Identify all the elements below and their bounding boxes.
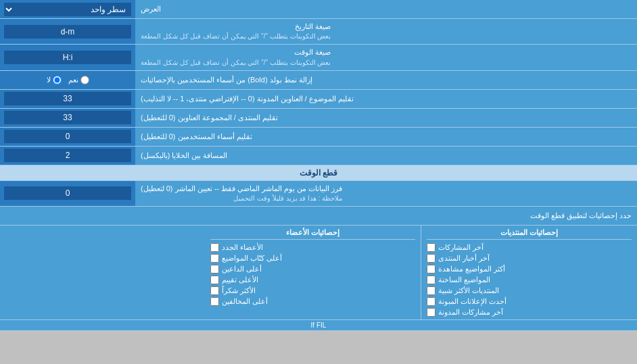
limit-row: حدد إحصائيات لتطبيق قطع الوقت — [0, 207, 637, 226]
forum-align-row: تقليم المنتدى / المجموعة العناوين (0 للت… — [0, 109, 637, 128]
time-format-label: صيغة الوقت بعض التكوينات يتطلب "/" التي … — [135, 45, 637, 70]
date-format-sublabel: بعض التكوينات يتطلب "/" التي يمكن أن تضا… — [141, 32, 331, 41]
forum-align-label: تقليم المنتدى / المجموعة العناوين (0 للت… — [135, 109, 637, 127]
filter-note-text: If FIL — [311, 321, 327, 329]
checkbox-label-latest-announcements: أحدث الإعلانات المبونة — [438, 297, 506, 306]
subject-align-title: تقليم الموضوع / العناوين المدونة (0 -- ا… — [141, 94, 354, 104]
cell-spacing-label: المسافة بين الخلايا (بالبكسل) — [135, 147, 637, 165]
usernames-align-label: تقليم أسماء المستخدمين (0 للتعطيل) — [135, 128, 637, 146]
cell-spacing-input[interactable] — [4, 149, 131, 162]
checkbox-item-most-thanks: الأكثر شكراً — [210, 286, 415, 295]
forum-align-input-container — [0, 109, 135, 127]
subject-align-label: تقليم الموضوع / العناوين المدونة (0 -- ا… — [135, 90, 637, 108]
checkbox-item-top-writers: أعلى كتّاب المواضيع — [210, 254, 415, 263]
usernames-align-input-container — [0, 128, 135, 146]
member-stats-col: إحصائيات الأعضاء الأعضاء الجدد أعلى كتّا… — [205, 226, 421, 319]
time-cut-input[interactable] — [4, 186, 131, 200]
checkbox-most-viewed[interactable] — [427, 265, 435, 274]
checkbox-label-top-violators: أعلى المخالفين — [222, 297, 268, 306]
time-cut-input-container — [0, 181, 135, 206]
checkbox-most-thanks[interactable] — [210, 286, 219, 295]
checkbox-most-similar[interactable] — [427, 286, 435, 295]
cell-spacing-input-container — [0, 147, 135, 165]
time-format-input-container — [0, 45, 135, 70]
checkbox-label-most-viewed: أكثر المواضيع مشاهدة — [438, 265, 505, 274]
checkbox-item-hot-topics: المواضيع الساخنة — [427, 276, 632, 284]
time-cut-row: فرز البيانات من يوم الماشر الماضي فقط --… — [0, 181, 637, 207]
checkbox-label-blog-posts: آخر مشاركات المدونة — [438, 308, 503, 317]
date-format-row: صيغة التاريخ بعض التكوينات يتطلب "/" الت… — [0, 19, 637, 45]
time-format-sublabel: بعض التكوينات يتطلب "/" التي يمكن أن تضا… — [141, 58, 331, 68]
bold-no-text: لا — [47, 76, 51, 84]
checkbox-item-new-members: الأعضاء الجدد — [210, 243, 415, 252]
checkbox-item-most-viewed: أكثر المواضيع مشاهدة — [427, 265, 632, 274]
time-format-title: صيغة الوقت — [141, 47, 331, 57]
date-format-input[interactable] — [4, 25, 131, 38]
checkbox-item-top-rated: الأعلى تقييم — [210, 276, 415, 284]
usernames-align-title: تقليم أسماء المستخدمين (0 للتعطيل) — [141, 132, 252, 142]
date-format-title: صيغة التاريخ — [141, 22, 331, 32]
forum-align-input[interactable] — [4, 111, 131, 124]
checkbox-item-last-posts: آخر المشاركات — [427, 243, 632, 252]
bold-remove-row: إزالة نمط بولد (Bold) من أسماء المستخدمي… — [0, 71, 637, 90]
forum-stats-header: إحصائيات المنتديات — [427, 228, 632, 240]
checkbox-new-members[interactable] — [210, 243, 219, 252]
time-cut-title: قطع الوقت — [300, 168, 337, 178]
bold-no-radio[interactable] — [53, 76, 62, 84]
checkbox-item-most-similar: المنتديات الأكثر شبية — [427, 286, 632, 295]
limit-label-text: حدد إحصائيات لتطبيق قطع الوقت — [530, 211, 632, 219]
checkbox-hot-topics[interactable] — [427, 276, 435, 284]
bold-yes-radio[interactable] — [80, 76, 89, 84]
time-cut-section-header: قطع الوقت — [0, 165, 637, 181]
cell-spacing-title: المسافة بين الخلايا (بالبكسل) — [141, 151, 228, 161]
time-cut-label: فرز البيانات من يوم الماشر الماضي فقط --… — [135, 181, 637, 206]
checkbox-last-posts[interactable] — [427, 243, 435, 252]
empty-right — [0, 226, 205, 319]
checkbox-label-top-rated: الأعلى تقييم — [222, 276, 258, 284]
bold-yes-label[interactable]: نعم — [68, 76, 89, 84]
subject-align-input-container — [0, 90, 135, 108]
checkbox-label-most-thanks: الأكثر شكراً — [222, 286, 256, 295]
checkbox-label-top-writers: أعلى كتّاب المواضيع — [222, 254, 282, 263]
limit-label: حدد إحصائيات لتطبيق قطع الوقت — [0, 209, 637, 223]
display-label: العرض — [135, 0, 637, 18]
time-cut-row-sublabel: ملاحظة : هذا قد يزيد قليلاً وقت التحميل — [141, 194, 342, 203]
time-format-row: صيغة الوقت بعض التكوينات يتطلب "/" التي … — [0, 45, 637, 70]
checkbox-latest-announcements[interactable] — [427, 297, 435, 306]
display-dropdown[interactable]: سطر واحد سطرين ثلاثة أسطر — [4, 3, 131, 16]
checkbox-label-last-posts: آخر المشاركات — [438, 243, 483, 252]
checkbox-top-inviters[interactable] — [210, 265, 219, 274]
checkbox-item-blog-posts: آخر مشاركات المدونة — [427, 308, 632, 317]
checkbox-top-violators[interactable] — [210, 297, 219, 306]
checkbox-label-forum-news: آخر أخبار المنتدى — [438, 254, 490, 263]
checkbox-label-top-inviters: أعلى الداعين — [222, 265, 262, 274]
checkbox-item-top-inviters: أعلى الداعين — [210, 265, 415, 274]
forum-align-title: تقليم المنتدى / المجموعة العناوين (0 للت… — [141, 113, 278, 123]
display-header-row: العرض سطر واحد سطرين ثلاثة أسطر — [0, 0, 637, 19]
member-stats-header: إحصائيات الأعضاء — [210, 228, 415, 240]
bold-remove-input: نعم لا — [0, 71, 135, 89]
subject-align-input[interactable] — [4, 92, 131, 105]
subject-align-row: تقليم الموضوع / العناوين المدونة (0 -- ا… — [0, 90, 637, 109]
usernames-align-input[interactable] — [4, 130, 131, 143]
checkbox-blog-posts[interactable] — [427, 308, 435, 317]
checkbox-item-top-violators: أعلى المخالفين — [210, 297, 415, 306]
time-format-input[interactable] — [4, 51, 131, 64]
time-cut-row-title: فرز البيانات من يوم الماشر الماضي فقط --… — [141, 184, 342, 194]
forum-stats-col: إحصائيات المنتديات آخر المشاركات آخر أخب… — [421, 226, 637, 319]
checkbox-item-latest-announcements: أحدث الإعلانات المبونة — [427, 297, 632, 306]
checkboxes-grid: إحصائيات المنتديات آخر المشاركات آخر أخب… — [0, 226, 637, 320]
cell-spacing-row: المسافة بين الخلايا (بالبكسل) — [0, 147, 637, 165]
date-format-label: صيغة التاريخ بعض التكوينات يتطلب "/" الت… — [135, 19, 637, 44]
checkbox-item-forum-news: آخر أخبار المنتدى — [427, 254, 632, 263]
bold-no-label[interactable]: لا — [47, 76, 62, 84]
checkbox-top-writers[interactable] — [210, 254, 219, 263]
checkbox-forum-news[interactable] — [427, 254, 435, 263]
display-title-text: العرض — [141, 5, 161, 14]
checkbox-label-new-members: الأعضاء الجدد — [222, 243, 263, 252]
bold-remove-title: إزالة نمط بولد (Bold) من أسماء المستخدمي… — [141, 76, 312, 84]
checkbox-top-rated[interactable] — [210, 276, 219, 284]
bold-yes-text: نعم — [68, 76, 78, 84]
bold-remove-label: إزالة نمط بولد (Bold) من أسماء المستخدمي… — [135, 71, 637, 89]
date-format-input-container — [0, 19, 135, 44]
